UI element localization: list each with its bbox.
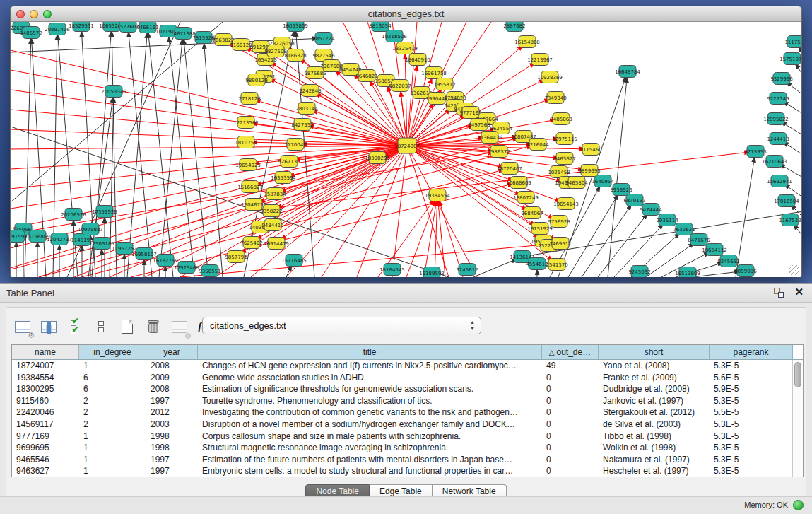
selected-edge[interactable]: [11, 146, 407, 149]
graph-node[interactable]: 17016504: [774, 195, 799, 207]
table-cell[interactable]: Embryonic stem cells: a model to study s…: [198, 465, 542, 477]
graph-node[interactable]: 16648784: [615, 66, 640, 78]
graph-node-selected[interactable]: 9267130: [278, 156, 300, 168]
table-cell[interactable]: 49: [542, 360, 599, 372]
table-cell[interactable]: 5.3E-5: [710, 419, 793, 431]
graph-node-selected[interactable]: 9358222: [260, 205, 282, 217]
graph-node[interactable]: 9245652: [717, 255, 739, 267]
table-cell[interactable]: Tourette syndrome. Phenomenology and cla…: [198, 395, 542, 407]
graph-node-selected[interactable]: 7469511: [549, 238, 571, 250]
graph-node[interactable]: 2935114: [656, 214, 678, 226]
graph-node-selected[interactable]: 9827546: [312, 49, 335, 62]
table-cell[interactable]: 0: [542, 454, 599, 466]
graph-node[interactable]: 9350551: [199, 265, 220, 277]
table-cell[interactable]: Corpus callosum shape and size in male p…: [198, 431, 542, 443]
table-cell[interactable]: Hescheler et al. (1997): [599, 465, 710, 477]
graph-node[interactable]: 10975887: [78, 223, 103, 235]
graph-node-selected[interactable]: 18640910: [405, 54, 430, 66]
graph-node[interactable]: 1640954: [592, 175, 614, 187]
graph-node-selected[interactable]: 19654923: [235, 159, 261, 171]
graph-node-selected[interactable]: 9857791: [225, 251, 247, 263]
graph-node-selected[interactable]: 19384554: [425, 189, 450, 201]
graph-node-selected[interactable]: 9160128: [230, 39, 252, 51]
table-cell[interactable]: 2009: [146, 372, 198, 384]
scrollbar-thumb[interactable]: [794, 362, 801, 387]
graph-node-selected[interactable]: 1170042: [284, 139, 306, 151]
graph-node-selected[interactable]: 9827508: [264, 45, 286, 57]
table-cell[interactable]: Changes of HCN gene expression and I(f) …: [198, 360, 542, 372]
graph-node-selected[interactable]: 12975115: [552, 133, 577, 145]
graph-node-selected[interactable]: 9242848: [299, 85, 321, 97]
delete-column-button[interactable]: [144, 317, 163, 336]
table-row[interactable]: 1872400712008Changes of HCN gene express…: [12, 360, 803, 372]
graph-node-selected[interactable]: 10928369: [537, 71, 563, 83]
table-cell[interactable]: 5.9E-5: [710, 383, 793, 395]
graph-node-selected[interactable]: 7955812: [433, 78, 455, 90]
table-cell[interactable]: 2: [79, 395, 146, 407]
graph-node-selected[interactable]: 5822037: [389, 80, 411, 92]
table-cell[interactable]: 2012: [146, 407, 198, 419]
table-cell[interactable]: 1997: [146, 395, 198, 407]
selected-edge[interactable]: [406, 206, 433, 277]
table-mode-button[interactable]: ⚙: [13, 317, 32, 336]
float-panel-icon[interactable]: [774, 288, 784, 298]
graph-node-selected[interactable]: 8427552: [291, 119, 313, 131]
graph-node[interactable]: 15692971: [767, 175, 792, 187]
edge[interactable]: [797, 229, 801, 236]
table-cell[interactable]: de Silva et al. (2003): [599, 419, 710, 431]
table-cell[interactable]: 1: [79, 360, 146, 372]
column-header-title[interactable]: title: [198, 345, 542, 359]
table-cell[interactable]: Jankovic et al. (1997): [599, 395, 710, 407]
graph-node-selected[interactable]: 7625402: [240, 237, 262, 249]
selected-edge[interactable]: [11, 146, 407, 268]
table-cell[interactable]: 5.3E-5: [710, 465, 793, 477]
graph-node-selected[interactable]: 7485063: [550, 113, 572, 125]
edge[interactable]: [799, 68, 801, 75]
graph-node[interactable]: 16210643: [762, 156, 787, 168]
table-cell[interactable]: Wolkin et al. (1998): [599, 442, 710, 454]
graph-node[interactable]: 7815526: [192, 32, 215, 44]
table-cell[interactable]: Disruption of a novel member of a sodium…: [198, 419, 542, 431]
graph-node[interactable]: 2887682: [503, 22, 525, 32]
table-cell[interactable]: 0: [542, 383, 599, 395]
graph-node-selected[interactable]: 9756928: [548, 216, 570, 228]
table-cell[interactable]: 5.3E-5: [710, 454, 793, 466]
graph-node-selected[interactable]: 9463627: [553, 153, 575, 165]
graph-node-selected[interactable]: 5875685: [304, 67, 326, 79]
graph-node[interactable]: 8471676: [688, 234, 710, 246]
table-cell[interactable]: 1998: [146, 431, 198, 443]
column-header-pagerank[interactable]: pagerank: [710, 345, 793, 359]
graph-node[interactable]: 1405572: [20, 27, 42, 39]
graph-node-selected[interactable]: 7986372: [488, 146, 510, 158]
table-cell[interactable]: 6: [79, 372, 146, 384]
table-row[interactable]: 1456911722003Disruption of a novel membe…: [12, 419, 803, 431]
table-row[interactable]: 1830029562008Estimation of significance …: [12, 383, 803, 395]
graph-node[interactable]: 9227349: [767, 93, 789, 105]
table-cell[interactable]: 2003: [146, 419, 198, 431]
graph-node[interactable]: 12042737: [47, 233, 72, 245]
table-cell[interactable]: 0: [542, 407, 599, 419]
table-cell[interactable]: Investigating the contribution of common…: [198, 407, 542, 419]
show-column-button[interactable]: [40, 317, 58, 336]
table-cell[interactable]: 5.3E-5: [710, 431, 793, 443]
table-cell[interactable]: 2008: [146, 360, 198, 372]
graph-node[interactable]: 15716485: [281, 255, 307, 267]
column-header-name[interactable]: name: [12, 345, 79, 359]
table-cell[interactable]: 9699695: [12, 442, 79, 454]
table-cell[interactable]: 18724007: [12, 360, 79, 372]
resize-grip[interactable]: [789, 265, 799, 275]
graph-node[interactable]: 1167533: [779, 214, 801, 226]
table-row[interactable]: 1938455462009Genome-wide association stu…: [12, 372, 803, 384]
table-cell[interactable]: 0: [542, 419, 599, 431]
graph-node[interactable]: 20891406: [45, 23, 70, 35]
graph-node[interactable]: 9099086: [734, 265, 757, 277]
graph-node-selected[interactable]: 1810755: [235, 136, 257, 148]
graph-node[interactable]: 19218506: [382, 30, 407, 42]
table-cell[interactable]: Estimation of the future numbers of pati…: [198, 454, 542, 466]
column-header-year[interactable]: year: [146, 345, 198, 359]
table-cell[interactable]: 5.5E-5: [710, 407, 793, 419]
graph-node[interactable]: 1244413: [767, 133, 789, 145]
table-cell[interactable]: 5.3E-5: [710, 360, 793, 372]
graph-node-selected[interactable]: 16961758: [421, 67, 447, 79]
new-column-button[interactable]: [118, 317, 136, 336]
